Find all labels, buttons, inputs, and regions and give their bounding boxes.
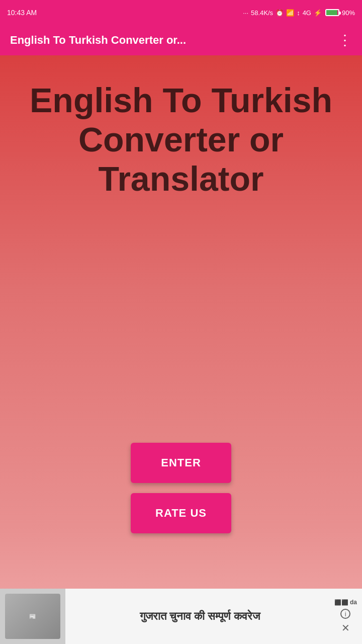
app-heading: English To Turkish Converter or Translat… — [0, 80, 362, 199]
rate-us-button[interactable]: RATE US — [131, 493, 231, 533]
battery-icon — [325, 9, 339, 16]
network-dots: ··· — [243, 9, 248, 17]
bolt-icon: ⚡ — [314, 9, 322, 17]
app-bar-title: English To Turkish Converter or... — [10, 34, 186, 47]
ad-text: गुजरात चुनाव की सम्पूर्ण कवरेज — [65, 604, 334, 629]
ad-image: 📰 — [0, 589, 65, 644]
battery-percent: 90% — [342, 9, 355, 17]
ad-image-label: 📰 — [29, 613, 36, 620]
ad-close-icon[interactable]: ✕ — [341, 622, 350, 634]
app-bar: English To Turkish Converter or... ⋮ — [0, 25, 362, 55]
enter-button[interactable]: ENTER — [131, 443, 231, 483]
status-time: 10:43 AM — [7, 9, 37, 17]
ad-controls: ⬛⬛ da i ✕ — [334, 599, 362, 634]
ad-banner: 📰 गुजरात चुनाव की सम्पूर्ण कवरेज ⬛⬛ da i… — [0, 589, 362, 644]
status-right: ··· 58.4K/s ⏰ 📶 ↕ 4G ⚡ 90% — [243, 9, 355, 17]
network-type: 4G — [303, 9, 311, 17]
signal-icon: ↕ — [297, 9, 300, 17]
alarm-icon: ⏰ — [276, 9, 284, 17]
ad-image-inner: 📰 — [5, 594, 60, 639]
network-speed: 58.4K/s — [251, 9, 273, 17]
overflow-menu-icon[interactable]: ⋮ — [338, 33, 352, 47]
ad-info-icon[interactable]: i — [340, 609, 350, 619]
ad-logo: ⬛⬛ da — [334, 599, 357, 606]
wifi-icon: 📶 — [286, 9, 294, 17]
buttons-area: ENTER RATE US — [131, 443, 231, 533]
main-content: English To Turkish Converter or Translat… — [0, 55, 362, 644]
status-bar: 10:43 AM ··· 58.4K/s ⏰ 📶 ↕ 4G ⚡ 90% — [0, 0, 362, 25]
